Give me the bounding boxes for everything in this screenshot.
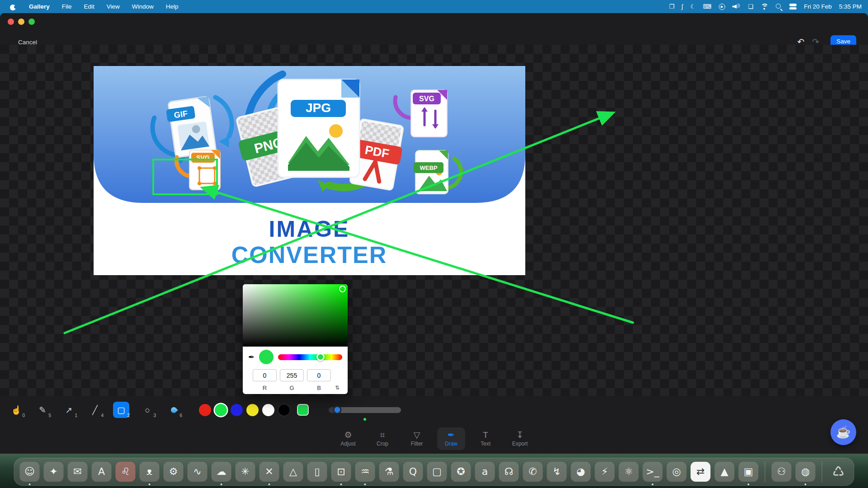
dock-item-iphone-mirroring[interactable]: ▯ [307, 462, 327, 482]
dock-item-settings[interactable]: ⚙ [164, 462, 184, 482]
pencil-tool[interactable]: ✎5 [34, 402, 51, 418]
tab-export[interactable]: ↧Export [506, 427, 534, 450]
dock-item-mail[interactable]: ✉ [68, 462, 88, 482]
menu-help[interactable]: Help [166, 3, 179, 10]
dock-item-spark-app[interactable]: ✳ [236, 462, 255, 482]
current-color-swatch[interactable] [297, 404, 309, 416]
blue-value-field[interactable] [307, 369, 331, 381]
keyboard-icon[interactable]: ⌨ [703, 4, 712, 9]
swatch-blue[interactable] [231, 404, 243, 416]
stroke-size-slider[interactable] [329, 407, 401, 413]
dock-item-discord[interactable]: ☊ [499, 462, 519, 482]
blur-tool[interactable]: 6 [165, 402, 182, 418]
dock-item-chat-app[interactable]: ⊡ [331, 462, 351, 482]
swatch-red[interactable] [199, 404, 211, 416]
menubar-date[interactable]: Fri 20 Feb [804, 3, 832, 10]
apple-logo[interactable] [10, 3, 16, 10]
dock-item-app-store[interactable]: A [92, 462, 112, 482]
swatch-yellow[interactable] [246, 404, 259, 416]
wifi-icon[interactable] [760, 4, 768, 10]
dock-item-alacritty[interactable]: a [475, 462, 495, 482]
tab-draw[interactable]: ✒Draw [437, 427, 465, 450]
menu-gallery[interactable]: Gallery [29, 3, 50, 10]
gallery-icon: ⇄ [696, 467, 704, 477]
control-center-icon[interactable] [789, 4, 797, 9]
menubar-time[interactable]: 5:35 PM [839, 3, 862, 10]
tab-label: Text [481, 441, 491, 447]
dock-item-safari[interactable]: ✦ [44, 462, 64, 482]
tab-filter[interactable]: ▽Filter [403, 427, 431, 450]
dock-item-trash[interactable]: ♺ [829, 462, 849, 482]
coffee-button[interactable]: ☕ [830, 419, 856, 445]
dock-item-viber[interactable]: ✆ [523, 462, 543, 482]
dock-item-quicktime[interactable]: Q [403, 462, 423, 482]
arrow-tool[interactable]: ↗1 [61, 402, 77, 418]
draw-toolbar: ☝0✎5↗1╱4▢2○36 [0, 396, 868, 424]
dock-item-design-tool[interactable]: △ [283, 462, 303, 482]
iphone-mirroring-icon: ▯ [314, 467, 320, 477]
swatch-black[interactable] [278, 404, 290, 416]
dock-item-activity-monitor[interactable]: ♒ [355, 462, 375, 482]
pointer-tool[interactable]: ☝0 [8, 402, 24, 418]
swatch-green[interactable] [215, 404, 227, 416]
menu-window[interactable]: Window [132, 3, 154, 10]
dock-item-lightning-app[interactable]: ↯ [547, 462, 567, 482]
dock-item-terminal[interactable]: >_ [643, 462, 663, 482]
dock-item-screen-sharing[interactable]: ▢ [427, 462, 447, 482]
swatch-white[interactable] [262, 404, 274, 416]
edited-image[interactable]: PNG PDF [94, 66, 525, 275]
sv-selector[interactable] [339, 286, 346, 292]
focus-moon-icon[interactable]: ☾ [690, 4, 696, 9]
dock-item-dog-app[interactable]: ᴥ [140, 462, 160, 482]
tab-crop[interactable]: ⌗Crop [368, 427, 396, 450]
close-button[interactable] [8, 19, 14, 25]
menu-view[interactable]: View [107, 3, 120, 10]
play-circle-icon[interactable]: ▶ [719, 4, 725, 10]
tab-label: Filter [411, 441, 423, 447]
dock-item-robot-app[interactable]: ⚇ [772, 462, 792, 482]
dock-item-vscode[interactable]: ✕ [259, 462, 279, 482]
zoom-button[interactable] [28, 19, 35, 25]
volume-icon[interactable] [732, 4, 741, 9]
minimize-button[interactable] [18, 19, 24, 25]
eyedropper-icon[interactable]: ✒ [248, 352, 255, 362]
dock-item-brave[interactable]: ♌ [116, 462, 136, 482]
dock-item-notes-app[interactable]: ∿ [188, 462, 208, 482]
dock-item-radar-app[interactable]: ◎ [667, 462, 687, 482]
hue-slider[interactable] [278, 354, 342, 360]
saturation-value-area[interactable] [243, 284, 348, 347]
tab-label: Crop [377, 441, 388, 447]
dock: ☺✦✉A♌ᴥ⚙∿☁✳✕△▯⊡♒⚗Q▢✪a☊✆↯◕⚡⚛>_◎⇄▲▣⚇◍♺ [14, 458, 854, 486]
paperclip-icon[interactable]: ∫ [682, 4, 684, 9]
rectangle-tool[interactable]: ▢2 [113, 402, 129, 418]
dock-item-photos[interactable]: ▣ [739, 462, 759, 482]
line-tool[interactable]: ╱4 [87, 402, 103, 418]
dock-item-gallery[interactable]: ⇄ [691, 462, 711, 482]
stroke-size-handle[interactable] [333, 406, 342, 414]
photos-icon: ▣ [744, 467, 753, 477]
search-icon[interactable] [775, 3, 782, 10]
tab-adjust[interactable]: ⚙Adjust [334, 427, 362, 450]
green-value-field[interactable] [280, 369, 304, 381]
dock-item-finder[interactable]: ☺ [20, 462, 40, 482]
menu-file[interactable]: File [62, 3, 72, 10]
color-mode-switch-icon[interactable]: ⇅ [334, 385, 340, 391]
running-indicator [269, 483, 270, 485]
dock-item-configurator[interactable]: ✪ [451, 462, 471, 482]
dock-item-potion-app[interactable]: ⚗ [379, 462, 399, 482]
red-value-field[interactable] [253, 369, 277, 381]
tab-text[interactable]: TText [472, 427, 500, 450]
running-indicator [221, 483, 222, 485]
dock-item-speaker-app[interactable]: ◍ [796, 462, 816, 482]
dock-item-arc-browser[interactable]: ▲ [715, 462, 735, 482]
dock-item-cleanshot[interactable]: ⚡ [595, 462, 615, 482]
dock-item-cloud-terminal[interactable]: ☁ [212, 462, 231, 482]
dock-item-zen-browser[interactable]: ◕ [571, 462, 591, 482]
stacked-windows-icon[interactable]: ❏ [748, 4, 754, 9]
dock-item-electron-app[interactable]: ⚛ [619, 462, 639, 482]
screen-mirroring-icon[interactable]: ❐ [669, 4, 675, 9]
menu-edit[interactable]: Edit [84, 3, 94, 10]
ellipse-tool[interactable]: ○3 [139, 402, 156, 418]
editor-canvas[interactable]: PNG PDF [0, 45, 868, 396]
hue-handle[interactable] [316, 353, 325, 361]
